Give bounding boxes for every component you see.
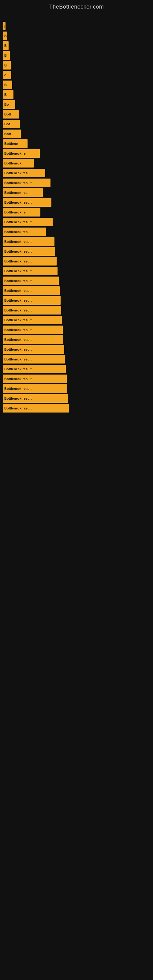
bar-label: Bot: [4, 122, 10, 126]
bar-label: Bottleneck result: [4, 328, 32, 332]
bar-row: B: [3, 51, 150, 60]
bar-row: Bottleneck result: [3, 375, 150, 383]
bar-label: Bottleneck result: [4, 250, 32, 253]
result-bar: Bottleneck result: [3, 375, 67, 383]
bar-row: Bottleneck result: [3, 296, 150, 305]
bar-row: B: [3, 61, 150, 70]
bar-row: Bottleneck result: [3, 345, 150, 354]
result-bar: Bottlene: [3, 139, 27, 148]
bar-row: Bottleneck: [3, 159, 150, 167]
bar-label: Bottleneck result: [4, 387, 32, 390]
bar-row: Bottleneck result: [3, 178, 150, 187]
bar-label: Bottleneck result: [4, 289, 32, 293]
bar-label: Bottlene: [4, 142, 18, 145]
result-bar: B: [3, 90, 13, 99]
bar-label: B: [4, 34, 7, 38]
bar-row: Bottleneck result: [3, 365, 150, 373]
result-bar: Bottleneck result: [3, 247, 55, 256]
bar-row: Bot: [3, 120, 150, 128]
bar-label: Bottleneck result: [4, 367, 32, 371]
bar-label: Bott: [4, 132, 11, 136]
result-bar: Bottleneck result: [3, 198, 51, 207]
result-bar: Bottleneck result: [3, 218, 53, 226]
bar-row: Bottleneck result: [3, 237, 150, 246]
result-bar: B: [3, 61, 11, 70]
bar-label: Bottleneck re: [4, 151, 26, 155]
result-bar: Bottleneck result: [3, 384, 67, 393]
site-title: TheBottlenecker.com: [0, 0, 153, 13]
result-bar: c: [3, 71, 11, 79]
bar-label: Bottleneck result: [4, 318, 32, 322]
bar-label: Bott: [4, 112, 11, 116]
result-bar: B: [3, 51, 10, 60]
result-bar: Bottleneck result: [3, 178, 51, 187]
bar-row: Bottleneck result: [3, 384, 150, 393]
bar-row: c: [3, 71, 150, 79]
result-bar: Bottleneck result: [3, 326, 63, 334]
bar-label: Bottleneck result: [4, 338, 32, 342]
result-bar: Bottleneck resu: [3, 169, 45, 177]
result-bar: Bot: [3, 120, 20, 128]
bar-row: B: [3, 81, 150, 89]
bar-row: Bottleneck result: [3, 247, 150, 256]
bar-row: Bottleneck re: [3, 149, 150, 158]
bar-label: Bottleneck result: [4, 396, 32, 400]
bar-row: Bottleneck resu: [3, 169, 150, 177]
bar-row: Bottleneck result: [3, 198, 150, 207]
bars-container: |BBBBcBBBoBottBotBottBottleneBottleneck …: [0, 13, 153, 417]
result-bar: Bottleneck re: [3, 208, 40, 216]
bar-row: Bottleneck result: [3, 277, 150, 285]
bar-label: Bottleneck result: [4, 269, 32, 273]
bar-label: |: [4, 24, 5, 28]
bar-row: Bottleneck re: [3, 208, 150, 216]
bar-label: Bottleneck result: [4, 348, 32, 351]
bar-label: Bottleneck result: [4, 220, 32, 224]
result-bar: Bottleneck: [3, 159, 33, 167]
result-bar: Bottleneck result: [3, 257, 57, 266]
bar-row: B: [3, 90, 150, 99]
bar-label: Bottleneck result: [4, 377, 32, 381]
bar-label: Bottleneck result: [4, 309, 32, 312]
result-bar: Bottleneck result: [3, 267, 57, 275]
result-bar: Bott: [3, 130, 21, 138]
result-bar: Bottleneck result: [3, 335, 63, 344]
result-bar: Bottleneck result: [3, 237, 54, 246]
bar-label: Bottleneck resu: [4, 230, 30, 234]
bar-row: Bottleneck result: [3, 355, 150, 364]
bar-label: Bottleneck result: [4, 259, 32, 263]
bar-row: Bottleneck result: [3, 335, 150, 344]
bar-label: B: [4, 93, 7, 97]
bar-row: Bott: [3, 110, 150, 119]
bar-row: Bo: [3, 100, 150, 109]
bar-label: c: [4, 73, 6, 77]
bar-label: Bottleneck result: [4, 181, 32, 185]
result-bar: Bottleneck result: [3, 345, 64, 354]
bar-label: B: [4, 64, 7, 67]
result-bar: B: [3, 41, 9, 50]
bar-row: Bottleneck result: [3, 316, 150, 324]
bar-row: Bottleneck result: [3, 306, 150, 315]
bar-label: Bottleneck result: [4, 240, 32, 243]
bar-row: Bottleneck result: [3, 267, 150, 275]
bar-row: Bottleneck result: [3, 326, 150, 334]
bar-row: Bottleneck result: [3, 286, 150, 295]
result-bar: Bott: [3, 110, 19, 119]
result-bar: Bottleneck result: [3, 286, 60, 295]
bar-label: B: [4, 83, 7, 87]
bar-label: Bottleneck resu: [4, 171, 30, 175]
result-bar: Bottleneck res: [3, 188, 43, 197]
bar-row: Bottleneck result: [3, 404, 150, 412]
bar-label: Bottleneck result: [4, 406, 32, 410]
bar-label: Bottleneck result: [4, 299, 32, 302]
bar-label: B: [4, 54, 7, 57]
result-bar: Bottleneck result: [3, 306, 61, 315]
result-bar: Bottleneck re: [3, 149, 40, 158]
result-bar: Bottleneck result: [3, 394, 68, 403]
bar-label: Bottleneck res: [4, 191, 27, 194]
bar-label: Bottleneck result: [4, 279, 32, 283]
bar-label: B: [4, 44, 7, 48]
bar-row: |: [3, 22, 150, 30]
bar-row: Bottleneck res: [3, 188, 150, 197]
bar-row: Bottleneck resu: [3, 228, 150, 236]
bar-row: Bottleneck result: [3, 218, 150, 226]
